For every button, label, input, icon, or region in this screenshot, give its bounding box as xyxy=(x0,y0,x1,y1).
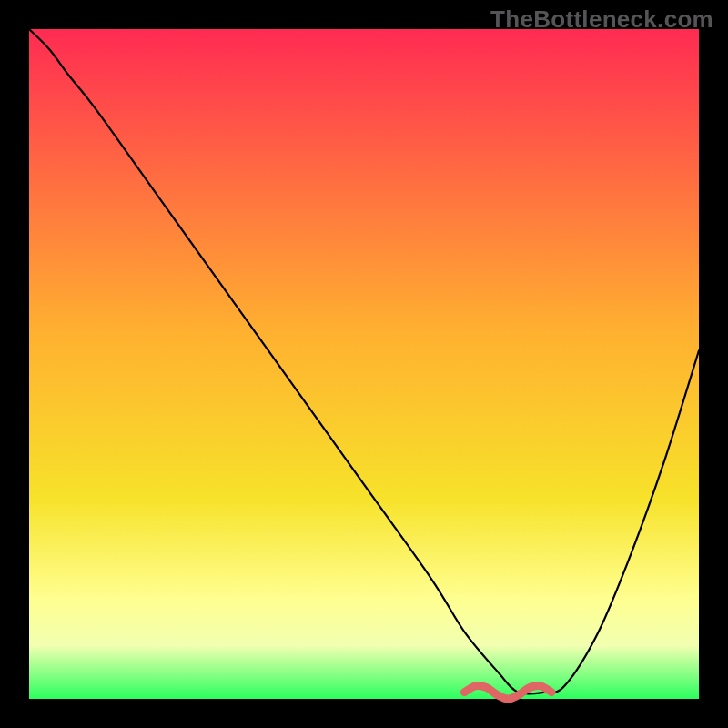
plot-background xyxy=(29,29,699,699)
watermark-text: TheBottleneck.com xyxy=(490,5,713,34)
chart-svg xyxy=(0,0,728,728)
chart-frame: { "watermark": "TheBottleneck.com", "col… xyxy=(0,0,728,728)
